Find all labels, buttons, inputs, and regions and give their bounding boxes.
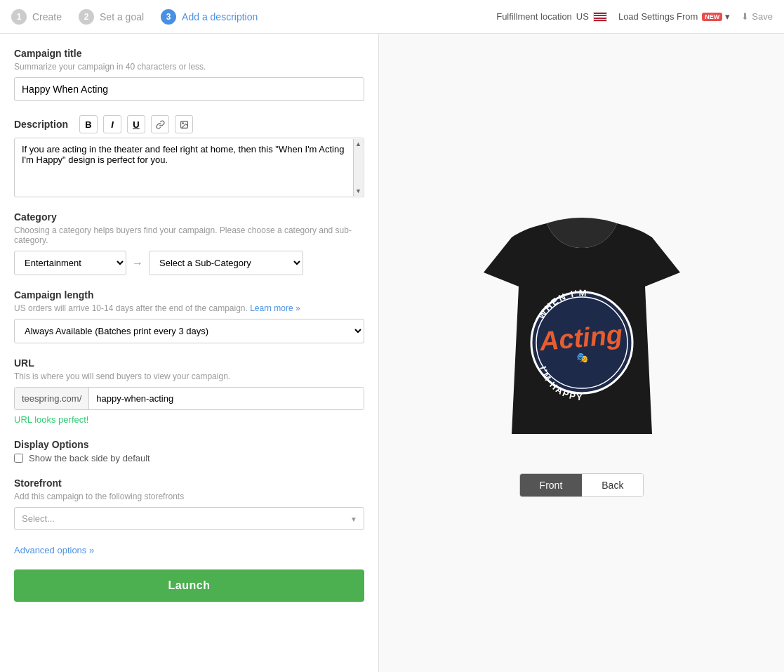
tshirt-svg: WHEN I'M Acting 🎭 I'M HAPPY	[470, 209, 694, 462]
category-section: Category Choosing a category helps buyer…	[14, 211, 364, 275]
step-3[interactable]: 3 Add a description	[161, 9, 258, 25]
svg-point-1	[182, 122, 183, 124]
campaign-title-input[interactable]	[14, 77, 364, 101]
italic-button[interactable]: I	[103, 115, 121, 133]
campaign-title-hint: Summarize your campaign in 40 characters…	[14, 62, 364, 72]
load-settings-dropdown-icon: ▾	[725, 11, 730, 22]
step-2-label: Set a goal	[100, 11, 144, 22]
step-1[interactable]: 1 Create	[11, 9, 62, 25]
underline-button[interactable]: U	[127, 115, 145, 133]
left-panel: Campaign title Summarize your campaign i…	[0, 34, 379, 672]
url-hint: This is where you will send buyers to vi…	[14, 371, 364, 381]
campaign-title-label: Campaign title	[14, 48, 364, 59]
new-badge: NEW	[702, 13, 722, 21]
show-back-label: Show the back side by default	[29, 453, 150, 463]
header-right: Fulfillment location US Load Settings Fr…	[496, 11, 773, 22]
fulfillment-location: Fulfillment location US	[496, 11, 607, 22]
load-settings-button[interactable]: Load Settings From NEW ▾	[618, 11, 730, 22]
description-section: Description B I U	[14, 115, 364, 197]
category-label: Category	[14, 211, 364, 223]
bold-button[interactable]: B	[79, 115, 98, 133]
step-3-num: 3	[161, 9, 176, 25]
advanced-options-link[interactable]: Advanced options »	[14, 545, 94, 555]
display-options-section: Display Options Show the back side by de…	[14, 439, 364, 463]
back-button[interactable]: Back	[582, 474, 643, 496]
campaign-length-section: Campaign length US orders will arrive 10…	[14, 289, 364, 343]
category-hint: Choosing a category helps buyers find yo…	[14, 225, 364, 245]
description-wrapper: If you are acting in the theater and fee…	[14, 138, 364, 197]
show-back-row: Show the back side by default	[14, 453, 364, 463]
scroll-up-icon[interactable]: ▲	[354, 139, 363, 149]
url-label: URL	[14, 357, 364, 369]
campaign-length-select[interactable]: Always Available (Batches print every 3 …	[14, 319, 364, 343]
storefront-select-wrapper: Select...	[14, 507, 364, 530]
campaign-title-section: Campaign title Summarize your campaign i…	[14, 48, 364, 101]
save-button[interactable]: ⬇ Save	[741, 11, 773, 22]
scroll-down-icon[interactable]: ▼	[354, 186, 363, 196]
url-section: URL This is where you will send buyers t…	[14, 357, 364, 425]
learn-more-link[interactable]: Learn more »	[250, 303, 300, 313]
main-content: Campaign title Summarize your campaign i…	[0, 34, 784, 672]
step-2[interactable]: 2 Set a goal	[79, 9, 144, 25]
step-1-label: Create	[32, 11, 62, 22]
description-label: Description	[14, 119, 68, 130]
url-prefix: teespring.com/	[15, 388, 89, 409]
steps-nav: 1 Create 2 Set a goal 3 Add a descriptio…	[11, 9, 496, 25]
fulfillment-region: US	[576, 11, 589, 22]
description-header: Description B I U	[14, 115, 364, 133]
header: 1 Create 2 Set a goal 3 Add a descriptio…	[0, 0, 784, 34]
front-button[interactable]: Front	[520, 474, 583, 496]
description-scrollbar[interactable]: ▲ ▼	[353, 139, 363, 196]
right-panel: WHEN I'M Acting 🎭 I'M HAPPY Front Back	[379, 34, 784, 672]
image-button[interactable]	[175, 115, 193, 133]
storefront-section: Storefront Add this campaign to the foll…	[14, 477, 364, 530]
campaign-length-hint: US orders will arrive 10-14 days after t…	[14, 303, 364, 313]
load-settings-label: Load Settings From	[618, 11, 698, 22]
campaign-length-hint-text: US orders will arrive 10-14 days after t…	[14, 303, 248, 313]
display-options-label: Display Options	[14, 439, 364, 450]
url-row: teespring.com/	[14, 387, 364, 410]
storefront-label: Storefront	[14, 477, 364, 489]
save-icon: ⬇	[741, 11, 749, 22]
campaign-length-label: Campaign length	[14, 289, 364, 301]
storefront-hint: Add this campaign to the following store…	[14, 492, 364, 501]
step-3-label: Add a description	[182, 11, 258, 22]
url-input[interactable]	[89, 388, 364, 409]
svg-text:🎭: 🎭	[576, 352, 588, 364]
us-flag-icon	[593, 12, 607, 22]
arrow-separator-icon: →	[132, 257, 143, 270]
launch-button[interactable]: Launch	[14, 569, 364, 602]
show-back-checkbox[interactable]	[14, 454, 23, 463]
url-status: URL looks perfect!	[14, 414, 364, 425]
subcategory-select[interactable]: Select a Sub-Category	[149, 251, 303, 275]
storefront-select[interactable]: Select...	[14, 507, 364, 530]
category-row: Entertainment → Select a Sub-Category	[14, 251, 364, 275]
description-textarea[interactable]: If you are acting in the theater and fee…	[15, 138, 364, 195]
link-button[interactable]	[151, 115, 169, 133]
save-label: Save	[752, 11, 773, 22]
fulfillment-label: Fulfillment location	[496, 11, 572, 22]
step-1-num: 1	[11, 9, 27, 25]
tshirt-preview: WHEN I'M Acting 🎭 I'M HAPPY	[470, 209, 694, 462]
category-select[interactable]: Entertainment	[14, 251, 126, 275]
view-toggle: Front Back	[519, 473, 644, 497]
step-2-num: 2	[79, 9, 94, 25]
